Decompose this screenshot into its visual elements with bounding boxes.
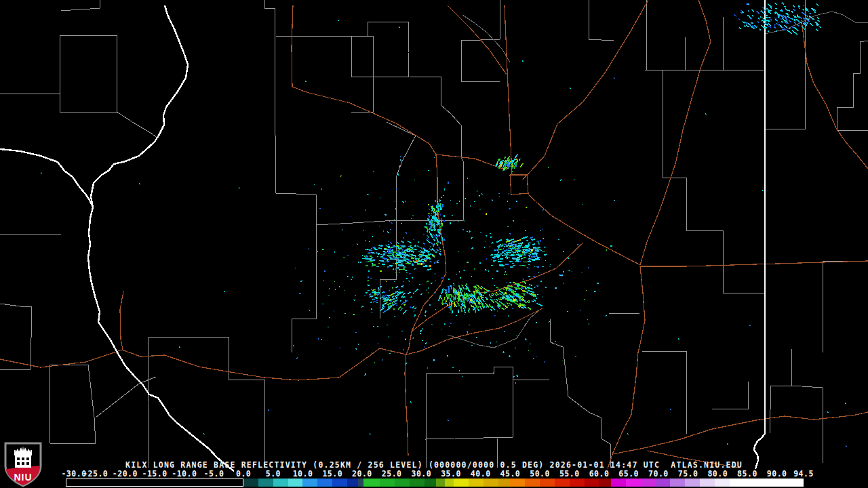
radar-echo-hot-pixel xyxy=(470,299,472,301)
radar-echo xyxy=(403,252,406,253)
radar-echo xyxy=(522,251,525,251)
radar-echo xyxy=(538,242,539,243)
road-line xyxy=(608,266,645,469)
radar-echo xyxy=(748,4,750,5)
radar-echo xyxy=(472,247,473,249)
radar-echo xyxy=(354,300,355,301)
road-line xyxy=(505,5,512,175)
dbz-tick-label: 55.0 xyxy=(559,469,580,479)
radar-echo xyxy=(379,226,380,227)
radar-echo xyxy=(381,245,383,246)
radar-echo xyxy=(392,296,395,297)
radar-echo xyxy=(440,242,441,243)
radar-echo-hot-pixel xyxy=(416,260,418,262)
radar-echo xyxy=(401,241,404,243)
radar-echo xyxy=(429,228,430,230)
radar-echo xyxy=(518,256,522,256)
radar-echo xyxy=(589,324,589,325)
radar-echo xyxy=(509,356,511,358)
radar-echo xyxy=(532,244,535,245)
radar-echo xyxy=(515,383,516,384)
radar-echo xyxy=(494,293,496,294)
radar-echo xyxy=(770,9,771,11)
radar-echo xyxy=(521,285,526,287)
road-line xyxy=(412,155,446,331)
radar-echo xyxy=(540,230,541,231)
radar-echo xyxy=(510,165,511,167)
radar-echo xyxy=(513,253,514,253)
radar-echo xyxy=(496,240,502,243)
radar-echo xyxy=(409,281,410,282)
radar-echo xyxy=(420,293,422,295)
radar-echo xyxy=(582,204,583,205)
radar-echo xyxy=(502,252,504,253)
radar-echo xyxy=(522,61,524,62)
radar-echo xyxy=(494,372,494,373)
radar-echo xyxy=(517,375,518,377)
radar-echo xyxy=(533,247,536,248)
radar-echo xyxy=(492,306,495,310)
radar-echo xyxy=(804,18,806,19)
dbz-tick-label: 65.0 xyxy=(618,469,639,479)
state-border-line xyxy=(88,5,234,471)
radar-echo xyxy=(438,241,439,243)
radar-echo-hot-pixel xyxy=(420,263,422,265)
radar-echo xyxy=(453,296,454,300)
radar-display: KILX LONG RANGE BASE REFLECTIVITY (0.25K… xyxy=(0,0,868,488)
radar-echo xyxy=(444,298,445,300)
radar-echo xyxy=(440,251,441,252)
radar-echo xyxy=(489,294,490,296)
radar-echo xyxy=(519,159,520,161)
dbz-tick-label: 0.0 xyxy=(236,469,251,479)
radar-echo xyxy=(372,237,373,237)
radar-echo xyxy=(384,306,385,307)
radar-echo xyxy=(389,293,394,296)
radar-echo xyxy=(490,233,491,234)
radar-echo xyxy=(774,26,776,28)
radar-echo xyxy=(517,250,519,251)
radar-echo xyxy=(380,287,382,287)
radar-echo xyxy=(463,287,464,289)
radar-echo xyxy=(296,357,298,359)
radar-echo xyxy=(748,11,749,12)
radar-echo xyxy=(423,243,425,245)
radar-echo-hot-pixel xyxy=(507,165,509,167)
radar-echo xyxy=(517,336,517,336)
radar-echo xyxy=(515,154,518,159)
radar-echo xyxy=(299,293,301,293)
radar-echo xyxy=(524,283,526,284)
radar-echo xyxy=(460,277,461,278)
radar-echo xyxy=(378,248,382,249)
radar-echo xyxy=(530,344,530,344)
radar-echo xyxy=(808,21,810,22)
dbz-tick-label: 25.0 xyxy=(382,469,402,479)
radar-echo xyxy=(741,12,743,14)
radar-echo xyxy=(460,295,461,296)
radar-echo xyxy=(471,276,472,277)
radar-echo xyxy=(534,358,534,359)
radar-echo xyxy=(400,269,405,270)
radar-echo xyxy=(466,283,467,285)
radar-echo xyxy=(499,301,500,302)
radar-echo xyxy=(355,332,356,333)
radar-echo xyxy=(484,288,488,291)
radar-echo xyxy=(798,5,800,7)
radar-echo xyxy=(614,200,614,201)
radar-echo xyxy=(469,310,469,310)
county-borders-layer xyxy=(0,0,868,468)
radar-echo xyxy=(509,304,512,306)
radar-echo xyxy=(496,256,498,256)
radar-echo xyxy=(528,289,530,289)
radar-echo xyxy=(419,251,420,252)
radar-echo xyxy=(431,242,433,245)
radar-echo xyxy=(705,114,707,115)
radar-echo xyxy=(785,9,788,11)
radar-echo xyxy=(399,245,401,246)
radar-echo xyxy=(426,290,427,291)
radar-echo xyxy=(367,194,368,195)
radar-echo xyxy=(383,292,385,293)
radar-echo xyxy=(533,253,536,253)
radar-echo xyxy=(495,315,496,316)
radar-echo xyxy=(484,247,485,248)
dbz-tick-label: 85.0 xyxy=(737,469,757,479)
